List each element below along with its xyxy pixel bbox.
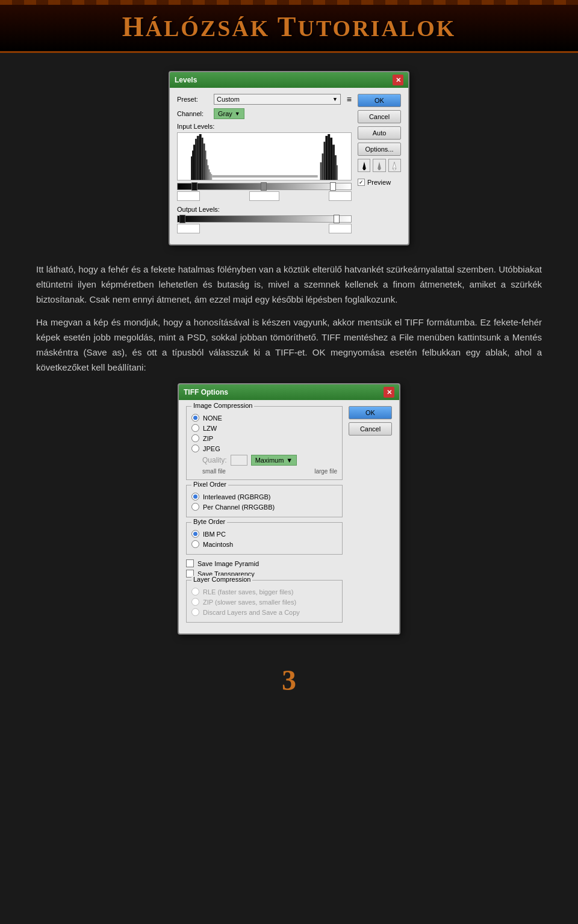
preset-arrow-icon: ▼ bbox=[332, 96, 338, 102]
tiff-titlebar: TIFF Options ✕ bbox=[179, 384, 399, 400]
byte-order-section: Byte Order IBM PC Macintosh bbox=[186, 522, 343, 555]
svg-rect-0 bbox=[191, 133, 338, 180]
compression-none-row: NONE bbox=[191, 414, 337, 422]
output-levels-label: Output Levels: bbox=[177, 206, 352, 213]
quality-value: Maximum bbox=[255, 457, 284, 464]
main-content: Levels ✕ Preset: Custom ▼ ≡ bbox=[0, 53, 578, 727]
svg-rect-1 bbox=[191, 156, 192, 180]
levels-close-button[interactable]: ✕ bbox=[393, 75, 403, 85]
byte-ibm-label: IBM PC bbox=[203, 531, 226, 538]
input-slider-track[interactable] bbox=[177, 183, 352, 190]
layer-zip-radio[interactable] bbox=[191, 598, 199, 606]
tiff-body: Image Compression NONE LZW bbox=[179, 400, 399, 633]
settings-icon[interactable]: ≡ bbox=[347, 94, 352, 104]
pixel-order-label: Pixel Order bbox=[191, 481, 228, 488]
small-file-label: small file bbox=[202, 468, 226, 475]
levels-titlebar: Levels ✕ bbox=[170, 72, 408, 88]
compression-none-radio[interactable] bbox=[191, 414, 199, 422]
cancel-button[interactable]: Cancel bbox=[358, 110, 401, 123]
input-min-value[interactable]: 81 bbox=[177, 191, 200, 201]
ok-button[interactable]: OK bbox=[358, 94, 401, 107]
input-mid-thumb[interactable] bbox=[261, 182, 267, 191]
input-white-thumb[interactable] bbox=[330, 182, 336, 191]
svg-rect-13 bbox=[210, 172, 211, 180]
auto-button[interactable]: Auto bbox=[358, 126, 401, 140]
title-cap1: H bbox=[122, 11, 146, 42]
tiff-ok-button[interactable]: OK bbox=[349, 406, 392, 419]
levels-dialog: Levels ✕ Preset: Custom ▼ ≡ bbox=[169, 71, 409, 245]
preview-checkbox[interactable]: ✓ bbox=[358, 179, 365, 186]
output-min-value[interactable]: 0 bbox=[177, 224, 200, 233]
levels-title: Levels bbox=[175, 76, 197, 84]
svg-rect-21 bbox=[330, 138, 332, 180]
levels-right-panel: OK Cancel Auto Options... bbox=[358, 94, 401, 238]
svg-rect-17 bbox=[322, 153, 324, 180]
input-values: 81 1,00 229 bbox=[177, 191, 352, 201]
pixel-perchannel-radio[interactable] bbox=[191, 503, 199, 511]
preview-row: ✓ Preview bbox=[358, 179, 401, 186]
svg-point-26 bbox=[378, 168, 381, 170]
byte-mac-row: Macintosh bbox=[191, 540, 337, 548]
paragraph-1: Itt látható, hogy a fehér és a fekete ha… bbox=[36, 262, 542, 307]
output-black-thumb[interactable] bbox=[179, 215, 185, 223]
pixel-interleaved-label: Interleaved (RGBRGB) bbox=[203, 493, 270, 500]
preset-dropdown[interactable]: Custom ▼ bbox=[214, 94, 341, 105]
tiff-title: TIFF Options bbox=[184, 388, 228, 396]
layer-rle-label: RLE (faster saves, bigger files) bbox=[203, 588, 293, 596]
levels-body: Preset: Custom ▼ ≡ Channel: Gray ▼ bbox=[170, 88, 408, 244]
svg-rect-19 bbox=[325, 136, 328, 180]
channel-dropdown[interactable]: Gray ▼ bbox=[214, 108, 244, 119]
svg-rect-8 bbox=[204, 144, 205, 180]
output-values: 0 255 bbox=[177, 224, 352, 233]
gray-eyedropper-button[interactable] bbox=[373, 159, 385, 172]
layer-discard-radio[interactable] bbox=[191, 608, 199, 616]
svg-rect-6 bbox=[199, 134, 202, 180]
layer-rle-radio[interactable] bbox=[191, 588, 199, 596]
compression-zip-radio[interactable] bbox=[191, 434, 199, 442]
channel-value: Gray bbox=[218, 110, 232, 117]
black-eyedropper-button[interactable] bbox=[358, 159, 370, 172]
compression-none-label: NONE bbox=[203, 414, 222, 422]
byte-ibm-radio[interactable] bbox=[191, 530, 199, 538]
svg-rect-22 bbox=[332, 145, 335, 180]
layer-compression-section: Layer Compression RLE (faster saves, big… bbox=[186, 580, 343, 623]
eyedropper-row bbox=[358, 159, 401, 172]
quality-dropdown[interactable]: Maximum ▼ bbox=[251, 455, 297, 466]
compression-lzw-radio[interactable] bbox=[191, 424, 199, 432]
byte-mac-radio[interactable] bbox=[191, 540, 199, 548]
input-mid-value[interactable]: 1,00 bbox=[249, 191, 279, 201]
input-max-value[interactable]: 229 bbox=[329, 191, 352, 201]
pixel-interleaved-row: Interleaved (RGBRGB) bbox=[191, 493, 337, 500]
tiff-close-button[interactable]: ✕ bbox=[384, 387, 394, 398]
svg-rect-3 bbox=[193, 145, 195, 180]
svg-rect-9 bbox=[205, 150, 207, 180]
save-pyramid-checkbox[interactable] bbox=[186, 559, 194, 567]
layer-discard-label: Discard Layers and Save a Copy bbox=[203, 609, 300, 616]
byte-ibm-row: IBM PC bbox=[191, 530, 337, 538]
compression-lzw-row: LZW bbox=[191, 424, 337, 432]
compression-lzw-label: LZW bbox=[203, 425, 217, 432]
title-rest2: utorialok bbox=[298, 16, 456, 41]
compression-jpeg-radio[interactable] bbox=[191, 445, 199, 452]
output-max-value[interactable]: 255 bbox=[329, 224, 352, 233]
channel-row: Channel: Gray ▼ bbox=[177, 108, 352, 119]
svg-rect-4 bbox=[195, 139, 197, 180]
layer-compression-label: Layer Compression bbox=[191, 576, 252, 583]
header-title: Hálózsák Tutorialok bbox=[0, 11, 578, 43]
layer-rle-row: RLE (faster saves, bigger files) bbox=[191, 588, 337, 596]
svg-rect-7 bbox=[202, 138, 204, 180]
tiff-cancel-button[interactable]: Cancel bbox=[349, 422, 392, 436]
header-stripes bbox=[0, 0, 578, 5]
quality-input[interactable] bbox=[231, 455, 247, 466]
options-button[interactable]: Options... bbox=[358, 143, 401, 156]
white-eyedropper-button[interactable] bbox=[388, 159, 401, 172]
compression-jpeg-label: JPEG bbox=[203, 445, 220, 452]
text1: Itt látható, hogy a fehér és a fekete ha… bbox=[36, 264, 496, 274]
svg-rect-20 bbox=[328, 134, 330, 180]
output-white-thumb[interactable] bbox=[334, 215, 340, 223]
svg-rect-10 bbox=[206, 159, 207, 180]
pixel-interleaved-radio[interactable] bbox=[191, 493, 199, 500]
save-pyramid-row: Save Image Pyramid bbox=[186, 559, 343, 567]
output-slider-track[interactable] bbox=[177, 215, 352, 223]
input-black-thumb[interactable] bbox=[191, 182, 197, 191]
